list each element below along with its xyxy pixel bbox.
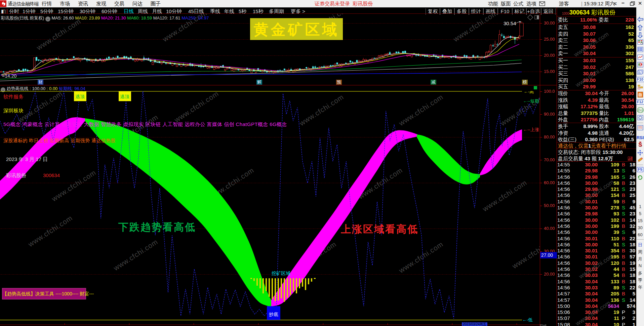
svg-text:←-低: ←-低 <box>522 317 532 322</box>
svg-text:上涨区域看高低: 上涨区域看高低 <box>341 223 418 235</box>
svg-text:f(x): f(x) <box>638 108 643 112</box>
svg-text:www.cfchi.com: www.cfchi.com <box>173 91 220 124</box>
svg-text:←-高: ←-高 <box>524 91 534 94</box>
svg-text:=14.20: =14.20 <box>2 73 16 79</box>
svg-text:逃顶: 逃顶 <box>75 94 85 99</box>
svg-text:www.cfchi.com: www.cfchi.com <box>511 236 540 270</box>
svg-text:挖矿区域: 挖矿区域 <box>271 271 290 276</box>
svg-text:www.cfchi.com: www.cfchi.com <box>298 93 345 127</box>
svg-text:←--短期: ←--短期 <box>523 98 539 104</box>
svg-text:www.cfchi.com: www.cfchi.com <box>397 93 445 127</box>
svg-text:www.cfchi.com: www.cfchi.com <box>27 214 74 248</box>
svg-text:黄金矿区域: 黄金矿区域 <box>254 22 339 38</box>
svg-text:www.cfchi.com: www.cfchi.com <box>481 178 528 213</box>
svg-text:抄底: 抄底 <box>269 312 278 317</box>
svg-text:www.cfchi.com: www.cfchi.com <box>499 93 540 127</box>
svg-text:←--上涨: ←--上涨 <box>523 127 539 132</box>
svg-text:逃顶: 逃顶 <box>120 94 129 99</box>
svg-text:www.cfchi.com: www.cfchi.com <box>112 238 159 272</box>
svg-text:下跌趋势看高低: 下跌趋势看高低 <box>118 221 196 233</box>
svg-text:30.54: 30.54 <box>504 21 516 26</box>
svg-text:www.cfchi.com: www.cfchi.com <box>35 17 82 52</box>
svg-text:www.cfchi.com: www.cfchi.com <box>397 240 445 275</box>
svg-text:www.cfchi.com: www.cfchi.com <box>452 14 499 43</box>
